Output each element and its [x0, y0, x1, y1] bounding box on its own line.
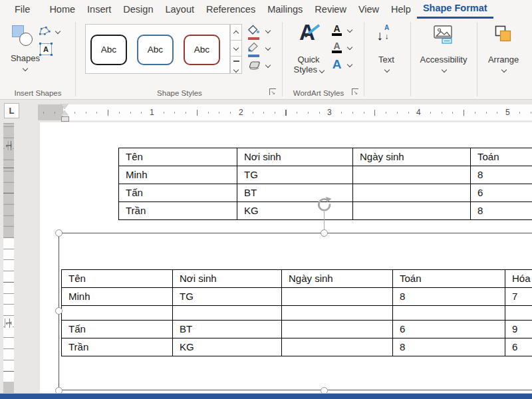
quick-styles-button[interactable]: A Quick Styles — [290, 23, 330, 77]
chevron-down-icon — [265, 28, 271, 33]
text-outline-button[interactable]: A — [332, 41, 356, 57]
chevron-down-icon — [265, 63, 271, 68]
table1-header-cell[interactable]: Toán — [471, 148, 532, 166]
resize-handle-middle-left[interactable] — [55, 307, 63, 315]
gallery-scroll-down-button[interactable] — [230, 40, 242, 57]
table1-cell[interactable]: 6 — [471, 184, 532, 202]
table2-cell[interactable]: 8 — [393, 338, 505, 356]
table2-cell[interactable] — [505, 306, 532, 321]
tab-shape-format[interactable]: Shape Format — [417, 0, 493, 19]
table1-header-cell[interactable]: Tên — [119, 148, 237, 166]
resize-handle-top-center[interactable] — [321, 229, 328, 237]
table1-cell[interactable]: Trần — [119, 202, 237, 220]
table2-header-cell[interactable]: Toán — [393, 270, 505, 288]
table1-cell[interactable] — [353, 202, 471, 220]
vertical-ruler: 1 — [3, 237, 14, 382]
tab-view[interactable]: View — [352, 0, 385, 19]
shape-style-red[interactable]: Abc — [184, 35, 220, 65]
table1-cell[interactable]: Tấn — [119, 184, 237, 202]
menu-bar: File Home Insert Design Layout Reference… — [0, 0, 532, 19]
shape-style-blue[interactable]: Abc — [137, 35, 174, 65]
table1-cell[interactable]: TG — [237, 166, 353, 184]
table2-cell[interactable]: Trần — [62, 338, 173, 356]
table2-cell[interactable]: 7 — [505, 288, 532, 306]
shapes-icon — [12, 25, 35, 48]
tab-home[interactable]: Home — [43, 0, 81, 19]
table2-header-cell[interactable]: Hóa — [505, 270, 532, 288]
tab-design[interactable]: Design — [117, 0, 159, 19]
quick-styles-label-2: Styles — [290, 65, 327, 74]
table1-cell[interactable]: KG — [237, 202, 353, 220]
gallery-more-button[interactable] — [230, 56, 242, 74]
resize-handle-top-left[interactable] — [55, 229, 63, 237]
shape-style-black[interactable]: Abc — [90, 35, 127, 65]
table2-header-cell[interactable]: Nơi sinh — [173, 270, 282, 288]
hanging-indent-marker[interactable] — [61, 110, 68, 116]
tab-stop-selector[interactable]: L — [4, 103, 19, 118]
status-bar — [0, 394, 532, 399]
text-fill-button[interactable]: A — [332, 24, 356, 40]
tab-file[interactable]: File — [11, 0, 38, 19]
horizontal-ruler[interactable]: 1 2 3 4 5 — [63, 104, 532, 120]
rotate-handle-icon[interactable] — [316, 196, 332, 213]
chevron-down-icon — [347, 62, 352, 67]
table2-cell[interactable]: KG — [173, 338, 282, 356]
tab-help[interactable]: Help — [385, 0, 417, 19]
table2-cell[interactable]: 6 — [505, 338, 532, 356]
table2-cell[interactable] — [173, 306, 282, 321]
table2-cell[interactable] — [282, 338, 393, 356]
accessibility-icon — [434, 25, 454, 44]
left-indent-marker[interactable] — [61, 116, 69, 122]
tab-review[interactable]: Review — [309, 0, 352, 19]
text-box-button[interactable]: A — [39, 43, 54, 57]
table1-cell[interactable]: BT — [237, 184, 353, 202]
shape-fill-button[interactable] — [247, 25, 278, 39]
chevron-down-icon — [501, 67, 507, 72]
table1-cell[interactable] — [353, 166, 471, 184]
text-effects-button[interactable]: A — [331, 57, 357, 74]
tab-insert[interactable]: Insert — [81, 0, 117, 19]
table2-cell[interactable]: 9 — [505, 321, 532, 338]
shape-effects-button[interactable] — [247, 59, 278, 74]
table2-cell[interactable] — [282, 321, 393, 338]
table1-cell[interactable]: Minh — [119, 166, 237, 184]
wordart-styles-dialog-launcher[interactable]: ↘ — [352, 88, 358, 95]
table2-cell[interactable]: Tấn — [62, 321, 173, 338]
table2-header-cell[interactable]: Tên — [62, 270, 173, 288]
table1-header-cell[interactable]: Ngày sinh — [353, 148, 471, 166]
table2-cell[interactable]: BT — [173, 321, 282, 338]
chevron-down-icon — [442, 67, 447, 72]
shape-style-gallery: Abc Abc Abc — [85, 24, 230, 74]
edit-shape-button[interactable] — [37, 25, 64, 39]
table1-cell[interactable] — [353, 184, 471, 202]
vertical-ruler-margin-bottom — [3, 382, 14, 393]
arrange-button[interactable]: Arrange — [480, 23, 527, 77]
tab-mailings[interactable]: Mailings — [261, 0, 309, 19]
table1-header-cell[interactable]: Nơi sinh — [237, 148, 353, 166]
table2-cell[interactable] — [282, 288, 393, 306]
table2-cell[interactable]: 6 — [393, 321, 505, 338]
shape-outline-button[interactable] — [247, 42, 278, 57]
tab-layout[interactable]: Layout — [159, 0, 200, 19]
table2-header-cell[interactable]: Ngày sinh — [282, 270, 393, 288]
group-separator — [282, 22, 283, 96]
gallery-scroll-up-button[interactable] — [230, 24, 242, 41]
first-line-indent-marker[interactable] — [61, 104, 68, 109]
table2-cell[interactable]: TG — [173, 288, 282, 306]
table1-cell[interactable]: 8 — [471, 202, 532, 220]
shape-styles-group-label: Shape Styles — [100, 89, 259, 97]
gallery-more-icon — [233, 61, 239, 62]
table-2: Tên Nơi sinh Ngày sinh Toán Hóa Minh TG … — [61, 269, 532, 356]
table2-cell[interactable]: 8 — [393, 288, 505, 306]
table2-cell[interactable]: Minh — [62, 288, 173, 306]
shape-styles-dialog-launcher[interactable]: ↘ — [269, 88, 276, 95]
text-direction-icon: ↓ A ↓ — [376, 24, 398, 49]
table2-cell[interactable] — [282, 306, 393, 321]
table2-cell[interactable] — [62, 306, 173, 321]
table2-cell[interactable] — [393, 306, 505, 321]
ruler-number: 1 — [148, 107, 156, 118]
accessibility-button[interactable]: Accessibility — [413, 23, 474, 77]
text-direction-button[interactable]: ↓ A ↓ Text — [368, 23, 404, 77]
table1-cell[interactable]: 8 — [471, 166, 532, 184]
tab-references[interactable]: References — [200, 0, 261, 19]
